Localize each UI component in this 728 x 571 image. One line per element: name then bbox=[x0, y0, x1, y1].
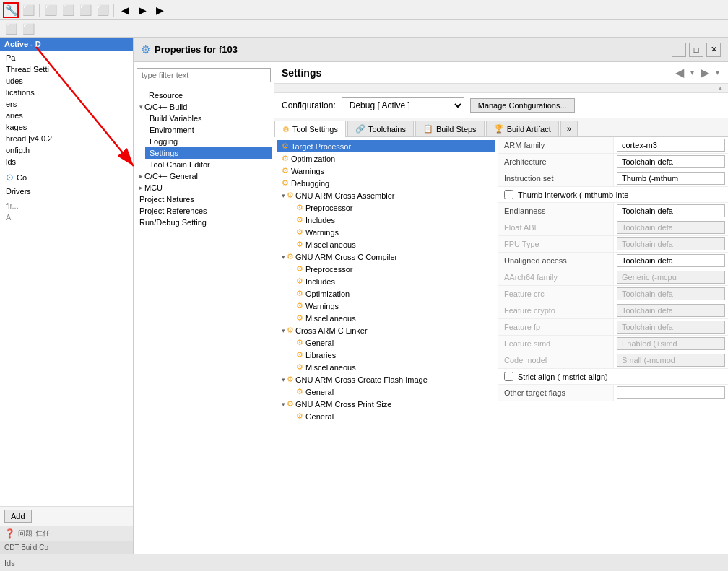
toolbar-btn-6[interactable]: ◀ bbox=[117, 2, 133, 18]
nav-forward-btn[interactable]: ▶ bbox=[698, 66, 711, 79]
flash-general-label: General bbox=[306, 388, 334, 396]
tree-item-mcu[interactable]: ▸ MCU bbox=[135, 182, 272, 193]
toolbar-btn-8[interactable]: ▶ bbox=[152, 2, 168, 18]
prop-btn-instruction-set[interactable]: Thumb (-mthum bbox=[617, 172, 725, 185]
tool-tree-warnings[interactable]: ⚙ Warnings bbox=[277, 165, 495, 177]
nav-item-ers[interactable]: ers bbox=[1, 98, 131, 110]
nav-item-aries[interactable]: aries bbox=[1, 110, 131, 121]
tree-item-resource[interactable]: Resource bbox=[135, 90, 272, 101]
tool-tree-asm-preprocessor[interactable]: ⚙ Preprocessor bbox=[292, 201, 495, 214]
toolbar-btn-3[interactable]: ⬜ bbox=[60, 2, 76, 18]
tool-tree-asm-warnings[interactable]: ⚙ Warnings bbox=[292, 226, 495, 238]
tree-item-run-debug[interactable]: Run/Debug Setting bbox=[135, 217, 272, 228]
nav-item-drivers[interactable]: Drivers bbox=[1, 186, 131, 197]
nav-item-lications[interactable]: lications bbox=[1, 87, 131, 98]
tool-tree-asm-includes[interactable]: ⚙ Includes bbox=[292, 214, 495, 226]
prop-input-other-flags[interactable] bbox=[617, 386, 725, 399]
tab-build-artifact[interactable]: 🏆 Build Artifact bbox=[486, 121, 559, 136]
tool-tree-size-header[interactable]: ▾ ⚙ GNU ARM Cross Print Size bbox=[277, 398, 495, 410]
filter-input[interactable] bbox=[136, 68, 271, 82]
co-icon: ⊙ bbox=[6, 172, 14, 183]
toolbar-separator-2 bbox=[113, 4, 114, 17]
dialog-maximize-btn[interactable]: □ bbox=[689, 43, 703, 57]
dialog-close-btn[interactable]: ✕ bbox=[706, 43, 721, 57]
prop-checkbox-strict-align[interactable] bbox=[504, 372, 514, 381]
tool-tree-size-general[interactable]: ⚙ General bbox=[292, 410, 495, 422]
nav-item-config[interactable]: onfig.h bbox=[1, 144, 131, 156]
nav-item-udes[interactable]: udes bbox=[1, 75, 131, 87]
tool-tree-assembler-header[interactable]: ▾ ⚙ GNU ARM Cross Assembler bbox=[277, 189, 495, 201]
tool-tree-target-processor[interactable]: ⚙ Target Processor bbox=[277, 140, 495, 152]
tree-item-logging[interactable]: Logging bbox=[145, 136, 272, 147]
prop-btn-arm-family[interactable]: cortex-m3 bbox=[617, 139, 725, 152]
toolbar2-btn-1[interactable]: ⬜ bbox=[3, 21, 19, 37]
nav-item-hread[interactable]: hread [v4.0.2 bbox=[1, 133, 131, 144]
prop-btn-code-model: Small (-mcmod bbox=[617, 354, 725, 367]
tree-item-build-vars[interactable]: Build Variables bbox=[145, 113, 272, 124]
prop-btn-unaligned-access[interactable]: Toolchain defa bbox=[617, 254, 725, 267]
tree-item-toolchain-editor[interactable]: Tool Chain Editor bbox=[145, 159, 272, 170]
tool-tree-optimization[interactable]: ⚙ Optimization bbox=[277, 152, 495, 165]
prop-val-architecture: Toolchain defa bbox=[614, 154, 728, 170]
tool-tree-compiler-header[interactable]: ▾ ⚙ GNU ARM Cross C Compiler bbox=[277, 250, 495, 263]
tool-tree-debugging[interactable]: ⚙ Debugging bbox=[277, 177, 495, 189]
toolbar-btn-2[interactable]: ⬜ bbox=[43, 2, 58, 18]
tabs-bar: ⚙ Tool Settings 🔗 Toolchains 📋 Build Ste… bbox=[274, 118, 728, 137]
main-toolbar: 🔧 ⬜ ⬜ ⬜ ⬜ ⬜ ◀ ▶ ▶ bbox=[0, 0, 728, 20]
dialog-title-icon: ⚙ bbox=[141, 43, 150, 56]
tree-item-project-refs[interactable]: Project References bbox=[135, 205, 272, 217]
build-vars-label: Build Variables bbox=[150, 114, 202, 123]
tool-tree-cc-warnings[interactable]: ⚙ Warnings bbox=[292, 300, 495, 312]
nav-item-thread-setti[interactable]: Thread Setti bbox=[1, 64, 131, 75]
tree-item-environment[interactable]: Environment bbox=[145, 124, 272, 136]
nav-label: ers bbox=[6, 100, 17, 108]
nav-back-btn[interactable]: ◀ bbox=[673, 66, 686, 79]
toolbar2-btn-2[interactable]: ⬜ bbox=[20, 21, 36, 37]
tool-tree-asm-misc[interactable]: ⚙ Miscellaneous bbox=[292, 238, 495, 250]
tool-tree-cc-preprocessor[interactable]: ⚙ Preprocessor bbox=[292, 263, 495, 275]
tool-tree-flash-header[interactable]: ▾ ⚙ GNU ARM Cross Create Flash Image bbox=[277, 373, 495, 385]
prop-btn-architecture[interactable]: Toolchain defa bbox=[617, 155, 725, 168]
prop-btn-endianness[interactable]: Toolchain defa bbox=[617, 204, 725, 217]
toolbar-btn-4[interactable]: ⬜ bbox=[77, 2, 93, 18]
tree-item-cpp-general[interactable]: ▸ C/C++ General bbox=[135, 170, 272, 182]
tab-tool-settings[interactable]: ⚙ Tool Settings bbox=[274, 121, 346, 137]
nav-item-pa[interactable]: Pa bbox=[1, 52, 131, 64]
tab-toolchains[interactable]: 🔗 Toolchains bbox=[347, 121, 414, 136]
cpp-build-label: C/C++ Build bbox=[144, 103, 187, 111]
prop-checkbox-thumb-interwork[interactable] bbox=[504, 190, 514, 199]
toolbar-btn-7[interactable]: ▶ bbox=[134, 2, 150, 18]
tree-item-project-natures[interactable]: Project Natures bbox=[135, 193, 272, 205]
config-select[interactable]: Debug [ Active ] bbox=[342, 97, 464, 113]
tool-tree-assembler-group: ▾ ⚙ GNU ARM Cross Assembler ⚙ Preprocess… bbox=[277, 189, 495, 250]
add-button[interactable]: Add bbox=[4, 510, 32, 523]
tab-build-steps[interactable]: 📋 Build Steps bbox=[415, 121, 485, 136]
tool-tree-cc-misc[interactable]: ⚙ Miscellaneous bbox=[292, 312, 495, 324]
prop-label-endianness: Endianness bbox=[498, 203, 614, 219]
tool-tree-cc-includes[interactable]: ⚙ Includes bbox=[292, 275, 495, 287]
tool-tree-flash-general[interactable]: ⚙ General bbox=[292, 385, 495, 398]
tree-item-settings[interactable]: Settings bbox=[145, 147, 272, 159]
tool-tree-linker-header[interactable]: ▾ ⚙ Cross ARM C Linker bbox=[277, 324, 495, 336]
tab-more-btn[interactable]: » bbox=[560, 121, 578, 136]
tool-tree-linker-general[interactable]: ⚙ General bbox=[292, 336, 495, 349]
tool-tree-linker-misc[interactable]: ⚙ Miscellaneous bbox=[292, 361, 495, 373]
nav-item-kages[interactable]: kages bbox=[1, 121, 131, 133]
tool-button-active[interactable]: 🔧 bbox=[3, 2, 19, 18]
nav-forward-dropdown-btn[interactable]: ▾ bbox=[714, 69, 721, 77]
nav-item-lds[interactable]: lds bbox=[1, 156, 131, 167]
tree-item-cpp-build[interactable]: ▾ C/C++ Build bbox=[135, 101, 272, 113]
nav-back-dropdown-btn[interactable]: ▾ bbox=[689, 69, 696, 77]
nav-item-co[interactable]: ⊙ Co bbox=[1, 170, 131, 184]
prop-btn-feature-simd: Enabled (+simd bbox=[617, 337, 725, 350]
manage-configs-btn[interactable]: Manage Configurations... bbox=[470, 98, 575, 113]
expand-arrow-cpp-general: ▸ bbox=[139, 173, 143, 180]
prop-row-feature-crypto: Feature crypto Toolchain defa bbox=[498, 302, 728, 319]
tool-tree-cc-optimization[interactable]: ⚙ Optimization bbox=[292, 287, 495, 300]
toolbar-btn-1[interactable]: ⬜ bbox=[20, 2, 36, 18]
expand-arrow-cpp-build: ▾ bbox=[139, 103, 143, 110]
question-icon: ❓ bbox=[4, 528, 15, 539]
tool-tree-linker-libraries[interactable]: ⚙ Libraries bbox=[292, 349, 495, 361]
toolbar-btn-5[interactable]: ⬜ bbox=[95, 2, 110, 18]
dialog-minimize-btn[interactable]: — bbox=[672, 43, 686, 57]
